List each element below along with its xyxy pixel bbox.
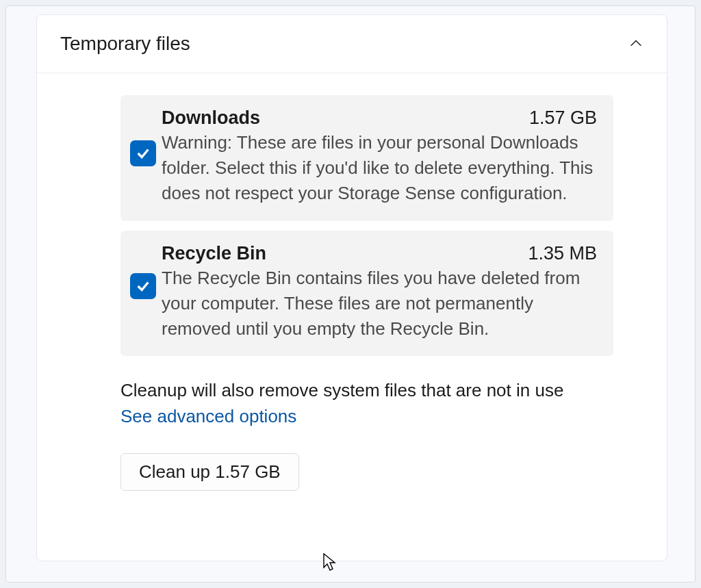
item-header-row: Recycle Bin 1.35 MB — [162, 243, 597, 264]
item-description: Warning: These are files in your persona… — [162, 130, 597, 206]
temporary-files-panel: Temporary files Downloads 1.57 GB Warnin… — [36, 14, 667, 561]
item-content: Downloads 1.57 GB Warning: These are fil… — [162, 107, 597, 206]
cleanup-note: Cleanup will also remove system files th… — [120, 378, 613, 404]
panel-body: Downloads 1.57 GB Warning: These are fil… — [37, 73, 667, 498]
clean-up-button[interactable]: Clean up 1.57 GB — [120, 453, 299, 491]
panel-header[interactable]: Temporary files — [37, 15, 667, 73]
panel-title: Temporary files — [60, 33, 190, 55]
item-header-row: Downloads 1.57 GB — [162, 107, 597, 129]
page-background: Temporary files Downloads 1.57 GB Warnin… — [5, 5, 696, 583]
checkbox-downloads[interactable] — [130, 140, 156, 166]
item-title: Downloads — [162, 107, 260, 129]
item-size: 1.57 GB — [529, 107, 597, 129]
cleanup-item-recycle-bin: Recycle Bin 1.35 MB The Recycle Bin cont… — [120, 231, 613, 357]
checkbox-recycle-bin[interactable] — [130, 273, 156, 299]
item-content: Recycle Bin 1.35 MB The Recycle Bin cont… — [162, 243, 597, 342]
chevron-up-icon — [628, 36, 643, 51]
item-size: 1.35 MB — [528, 243, 597, 264]
item-title: Recycle Bin — [162, 243, 266, 264]
item-description: The Recycle Bin contains files you have … — [162, 266, 597, 342]
see-advanced-options-link[interactable]: See advanced options — [120, 404, 296, 430]
cleanup-item-downloads: Downloads 1.57 GB Warning: These are fil… — [120, 95, 613, 221]
